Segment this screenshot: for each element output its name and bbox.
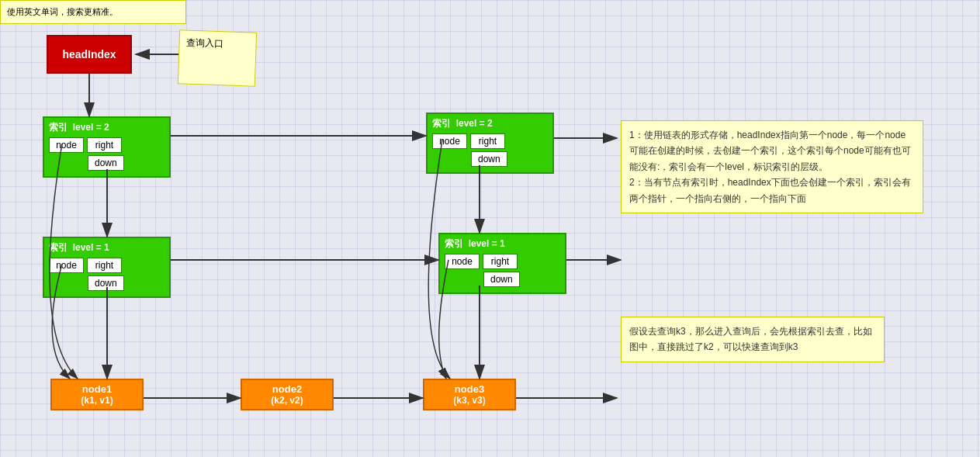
index-row1-l2-left: node right	[49, 137, 164, 153]
index-row2-l1-left: down	[49, 275, 164, 291]
data-node-2: node2 (k2, v2)	[241, 379, 334, 410]
index-row2-l1-right: down	[445, 272, 560, 287]
info-box-2: 假设去查询k3，那么进入查询后，会先根据索引去查，比如图中，直接跳过了k2，可以…	[621, 317, 885, 362]
info-text-2: 假设去查询k3，那么进入查询后，会先根据索引去查，比如图中，直接跳过了k2，可以…	[629, 326, 872, 352]
index-row1-l1-left: node right	[49, 258, 164, 273]
data-node-1-label: node1	[60, 383, 134, 395]
index-row1-l1-right: node right	[445, 254, 560, 269]
data-node-3-sub: (k3, v3)	[432, 395, 507, 406]
data-node-3: node3 (k3, v3)	[423, 379, 516, 410]
data-node-1: node1 (k1, v1)	[50, 379, 144, 410]
data-node-1-sub: (k1, v1)	[60, 395, 134, 406]
cell-down-l1-right: down	[483, 272, 520, 287]
index-node-l2-left: 索引 level = 2 node right down	[43, 116, 171, 178]
cell-down-l2-left: down	[88, 155, 124, 171]
index-row1-l2-right: node right	[432, 133, 548, 149]
query-entry-note: 查询入口	[178, 29, 257, 86]
cell-right-l2-right: right	[470, 133, 505, 149]
index-title-l2-right: 索引 level = 2	[432, 117, 548, 130]
index-node-l2-right: 索引 level = 2 node right down	[426, 113, 554, 174]
cell-node-l2-left: node	[49, 137, 84, 153]
cell-down-l1-left: down	[88, 275, 124, 291]
index-title-l1-left: 索引 level = 1	[49, 241, 164, 254]
index-node-l1-right: 索引 level = 1 node right down	[438, 233, 566, 294]
head-index-node: headIndex	[47, 35, 132, 74]
info-box-1: 1：使用链表的形式存储，headIndex指向第一个node，每一个node可能…	[621, 120, 923, 213]
cell-right-l1-left: right	[87, 258, 122, 273]
cell-right-l2-left: right	[87, 137, 122, 153]
data-node-2-sub: (k2, v2)	[250, 395, 324, 406]
data-node-3-label: node3	[432, 383, 507, 395]
top-tooltip: 使用英文单词，搜索更精准。	[0, 0, 186, 24]
cell-node-l2-right: node	[432, 133, 467, 149]
cell-right-l1-right: right	[483, 254, 518, 269]
cell-down-l2-right: down	[471, 151, 507, 167]
index-row2-l2-right: down	[432, 151, 548, 167]
query-entry-label: 查询入口	[185, 37, 223, 50]
index-title-l1-right: 索引 level = 1	[445, 237, 560, 251]
index-title-l2-left: 索引 level = 2	[49, 121, 164, 134]
cell-node-l1-left: node	[49, 258, 84, 273]
tooltip-text: 使用英文单词，搜索更精准。	[7, 7, 118, 16]
cell-node-l1-right: node	[445, 254, 480, 269]
index-row2-l2-left: down	[49, 155, 164, 171]
head-index-label: headIndex	[62, 48, 116, 61]
index-node-l1-left: 索引 level = 1 node right down	[43, 237, 171, 298]
info-text-1: 1：使用链表的形式存储，headIndex指向第一个node，每一个node可能…	[629, 130, 911, 204]
data-node-2-label: node2	[250, 383, 324, 395]
